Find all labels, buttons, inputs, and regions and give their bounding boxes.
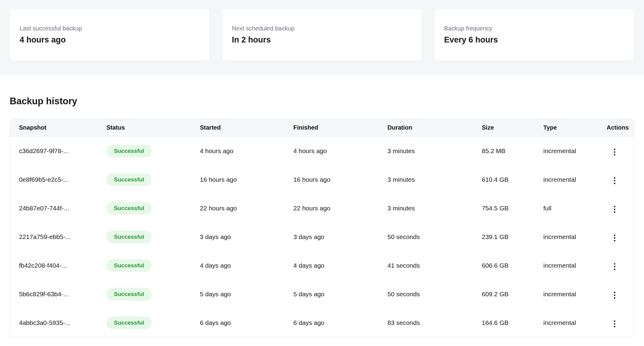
stat-card-last-backup: Last successful backup 4 hours ago [10, 8, 210, 61]
type-cell: incremental [543, 280, 607, 308]
type-cell: incremental [543, 222, 607, 251]
kebab-menu-icon [614, 263, 615, 270]
table-row: c36d2697-9f78-... Successful 4 hours ago… [10, 137, 634, 165]
row-actions-button[interactable] [609, 290, 620, 300]
stat-value: 4 hours ago [20, 35, 200, 45]
stat-label: Next scheduled backup [232, 25, 412, 32]
backup-history-section: Backup history Snapshot Status Started F… [0, 96, 644, 337]
column-header-actions: Actions [607, 119, 634, 137]
stat-value: In 2 hours [232, 35, 412, 45]
page-title: Backup history [10, 96, 634, 107]
status-badge: Successful [106, 202, 152, 215]
finished-cell: 16 hours ago [293, 165, 387, 194]
finished-cell: 5 days ago [293, 280, 387, 308]
started-cell: 5 days ago [200, 280, 293, 308]
size-cell: 164.6 GB [482, 308, 543, 337]
type-cell: incremental [543, 137, 607, 165]
row-actions-button[interactable] [609, 204, 620, 215]
row-actions-button[interactable] [609, 318, 620, 329]
row-actions-button[interactable] [609, 232, 620, 243]
started-cell: 6 days ago [200, 308, 293, 337]
started-cell: 16 hours ago [200, 165, 293, 194]
size-cell: 85.2 MB [482, 137, 543, 165]
table-row: 5b6c829f-63b4-... Successful 5 days ago … [10, 280, 634, 308]
type-cell: full [543, 194, 607, 222]
type-cell: incremental [543, 308, 607, 337]
stat-label: Last successful backup [20, 25, 200, 32]
row-actions-button[interactable] [609, 261, 620, 272]
type-cell: incremental [543, 251, 607, 280]
stat-value: Every 6 hours [444, 35, 624, 45]
column-header-status: Status [106, 119, 200, 137]
status-badge: Successful [106, 145, 152, 157]
kebab-menu-icon [614, 320, 615, 327]
finished-cell: 4 days ago [293, 251, 387, 280]
stat-card-backup-frequency: Backup frequency Every 6 hours [434, 8, 634, 61]
stat-label: Backup frequency [444, 25, 624, 32]
column-header-type: Type [543, 119, 607, 137]
kebab-menu-icon [614, 149, 615, 156]
snapshot-id: 5b6c829f-63b4-... [10, 280, 106, 308]
row-actions-button[interactable] [609, 147, 620, 158]
backup-history-table: Snapshot Status Started Finished Duratio… [10, 119, 634, 337]
started-cell: 22 hours ago [200, 194, 293, 222]
backup-history-table-card: Snapshot Status Started Finished Duratio… [10, 119, 634, 337]
snapshot-id: fb42c208-f404-... [10, 251, 106, 280]
started-cell: 4 hours ago [200, 137, 293, 165]
table-row: 24b87e07-744f-... Successful 22 hours ag… [10, 194, 634, 222]
snapshot-id: 2217a759-ebb5-... [10, 222, 106, 251]
status-badge: Successful [106, 288, 152, 300]
row-actions-button[interactable] [609, 175, 620, 186]
duration-cell: 83 seconds [387, 308, 482, 337]
finished-cell: 3 days ago [293, 222, 387, 251]
started-cell: 3 days ago [200, 222, 293, 251]
column-header-finished: Finished [293, 119, 387, 137]
snapshot-id: c36d2697-9f78-... [10, 137, 106, 165]
snapshot-id: 24b87e07-744f-... [10, 194, 106, 222]
table-row: fb42c208-f404-... Successful 4 days ago … [10, 251, 634, 280]
size-cell: 606.6 GB [482, 251, 543, 280]
size-cell: 609.2 GB [482, 280, 543, 308]
kebab-menu-icon [614, 177, 615, 184]
table-row: 2217a759-ebb5-... Successful 3 days ago … [10, 222, 634, 251]
kebab-menu-icon [614, 206, 615, 213]
duration-cell: 3 minutes [387, 194, 482, 222]
finished-cell: 6 days ago [293, 308, 387, 337]
column-header-started: Started [200, 119, 293, 137]
started-cell: 4 days ago [200, 251, 293, 280]
table-header-row: Snapshot Status Started Finished Duratio… [10, 119, 634, 137]
stat-card-next-backup: Next scheduled backup In 2 hours [222, 8, 422, 61]
status-badge: Successful [106, 173, 152, 186]
kebab-menu-icon [614, 234, 615, 241]
column-header-size: Size [482, 119, 543, 137]
snapshot-id: 0e8f69b5-e2c5-... [10, 165, 106, 194]
table-row: 4abbc3a0-5935-... Successful 6 days ago … [10, 308, 634, 337]
stats-section: Last successful backup 4 hours ago Next … [0, 0, 644, 74]
finished-cell: 4 hours ago [293, 137, 387, 165]
kebab-menu-icon [614, 292, 615, 299]
snapshot-id: 4abbc3a0-5935-... [10, 308, 106, 337]
type-cell: incremental [543, 165, 607, 194]
column-header-snapshot: Snapshot [10, 119, 106, 137]
duration-cell: 41 seconds [387, 251, 482, 280]
status-badge: Successful [106, 231, 152, 243]
finished-cell: 22 hours ago [293, 194, 387, 222]
column-header-duration: Duration [387, 119, 482, 137]
size-cell: 610.4 GB [482, 165, 543, 194]
duration-cell: 3 minutes [387, 165, 482, 194]
table-row: 0e8f69b5-e2c5-... Successful 16 hours ag… [10, 165, 634, 194]
duration-cell: 50 seconds [387, 222, 482, 251]
status-badge: Successful [106, 316, 152, 329]
size-cell: 239.1 GB [482, 222, 543, 251]
duration-cell: 50 seconds [387, 280, 482, 308]
duration-cell: 3 minutes [387, 137, 482, 165]
status-badge: Successful [106, 259, 152, 272]
size-cell: 754.5 GB [482, 194, 543, 222]
